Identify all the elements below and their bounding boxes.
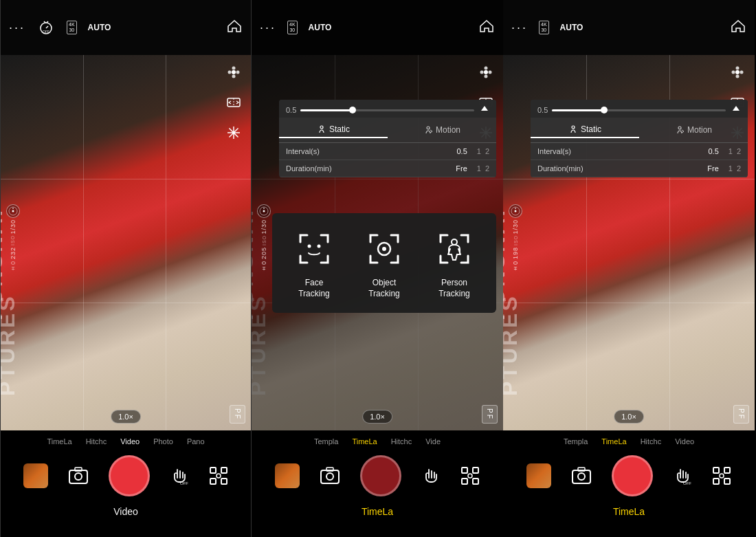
right-sidebar-1	[223, 62, 244, 143]
home-button-1[interactable]	[226, 18, 243, 38]
svg-point-54	[326, 473, 333, 480]
record-button-3[interactable]	[612, 455, 653, 496]
photo-mode-icon-2[interactable]	[319, 465, 341, 487]
bottom-bar-2: Templa TimeLa Hitchc Vide TimeLa	[252, 430, 503, 537]
interval-n1-2[interactable]: 1	[477, 147, 481, 155]
duration-n1-3[interactable]: 1	[729, 164, 733, 173]
ev-value-2: ±0	[260, 261, 267, 272]
controls-row-1: OFF	[1, 450, 251, 502]
tab-motion-3[interactable]: Motion	[639, 122, 748, 138]
auto-label-3[interactable]: AUTO	[560, 23, 583, 32]
resolution-icon-2[interactable]: 4K 30	[287, 21, 298, 35]
svg-rect-58	[462, 479, 467, 484]
svg-rect-82	[713, 468, 719, 473]
svg-point-32	[485, 67, 488, 70]
auto-label-2[interactable]: AUTO	[309, 23, 332, 32]
interval-n2-3[interactable]: 2	[737, 147, 741, 155]
tab-static-3[interactable]: Static	[531, 122, 639, 138]
gallery-thumbnail-1[interactable]	[23, 463, 48, 488]
mode-selector-2: Templa TimeLa Hitchc Vide	[252, 430, 503, 450]
resolution-icon-3[interactable]: 4K 30	[539, 21, 549, 35]
gesture-icon-1[interactable]: OFF	[169, 465, 190, 486]
pf-button-1[interactable]: PF	[230, 405, 245, 424]
mode-timelapse-1[interactable]: TimeLa	[40, 437, 78, 446]
interval-n1-3[interactable]: 1	[729, 147, 733, 155]
mode-hitchcock-1[interactable]: Hitchc	[79, 437, 114, 446]
svg-line-2	[46, 26, 48, 28]
object-tracking-item[interactable]: ObjectTracking	[362, 227, 406, 299]
mode-video-2[interactable]: Vide	[419, 437, 447, 446]
zoom-indicator-1[interactable]: 1.0×	[111, 410, 141, 424]
more-options-icon-2[interactable]: ···	[260, 21, 276, 35]
flower-icon-1[interactable]	[223, 62, 244, 83]
home-button-2[interactable]	[478, 18, 495, 38]
gallery-thumbnail-3[interactable]	[526, 463, 551, 488]
gesture-icon-3[interactable]: OFF	[672, 465, 693, 486]
mode-photo-1[interactable]: Photo	[146, 437, 180, 446]
duration-n2-3[interactable]: 2	[737, 164, 741, 173]
svg-point-79	[578, 473, 585, 480]
record-button-1[interactable]	[109, 455, 150, 496]
dial-icon-1	[6, 204, 20, 218]
ptures-bg-text-3: PTURES	[503, 294, 522, 396]
interval-n2-2[interactable]: 2	[485, 147, 489, 155]
pf-button-2[interactable]: PF	[482, 405, 498, 424]
svg-rect-24	[75, 468, 82, 471]
duration-n2-2[interactable]: 2	[485, 164, 489, 173]
person-tracking-label: PersonTracking	[438, 278, 470, 299]
mode-timelapse-2[interactable]: TimeLa	[345, 437, 383, 446]
interval-row-2: Interval(s) 0.5 1 2	[279, 143, 496, 160]
gallery-thumbnail-2[interactable]	[275, 463, 300, 488]
mode-timelapse-3[interactable]: TimeLa	[594, 437, 633, 446]
tab-motion-label-3: Motion	[687, 125, 712, 135]
flower-icon-2[interactable]	[476, 62, 496, 83]
flower-icon-3[interactable]	[727, 62, 748, 83]
more-options-icon-3[interactable]: ···	[511, 21, 528, 35]
slider-track-2[interactable]	[300, 109, 474, 111]
duration-value-2: Fre	[456, 164, 467, 173]
pf-button-3[interactable]: PF	[733, 405, 749, 424]
slider-up-arrow-3[interactable]	[731, 104, 741, 116]
screen-flip-icon-1[interactable]	[223, 92, 244, 113]
object-tracking-icon-box	[362, 227, 406, 271]
face-tracking-label: FaceTracking	[298, 278, 330, 299]
tracking-icon-1[interactable]	[209, 466, 228, 485]
mode-templa-3[interactable]: Templa	[557, 437, 594, 446]
slider-up-arrow-2[interactable]	[480, 104, 489, 116]
panel-1: FUNSNAP PTURES ··· OFF	[0, 0, 252, 537]
mode-video-3[interactable]: Video	[668, 437, 701, 446]
svg-rect-26	[210, 468, 216, 473]
slider-thumb-2[interactable]	[349, 107, 356, 113]
slider-track-3[interactable]	[552, 109, 726, 111]
svg-point-61	[735, 70, 740, 74]
gesture-icon-2[interactable]	[421, 465, 441, 486]
face-tracking-item[interactable]: FaceTracking	[292, 227, 336, 299]
home-button-3[interactable]	[730, 18, 746, 38]
photo-mode-icon-1[interactable]	[67, 465, 89, 487]
object-tracking-label: ObjectTracking	[368, 278, 400, 299]
mode-pano-1[interactable]: Pano	[180, 437, 212, 446]
resolution-icon[interactable]: 4K 30	[67, 21, 77, 35]
zoom-indicator-3[interactable]: 1.0×	[614, 410, 644, 424]
more-options-icon[interactable]: ···	[9, 21, 25, 35]
person-tracking-item[interactable]: PersonTracking	[432, 227, 476, 299]
snowflake-icon-1[interactable]	[223, 122, 244, 143]
zoom-indicator-2[interactable]: 1.0×	[362, 410, 392, 424]
record-button-2[interactable]	[360, 455, 401, 496]
auto-label-1[interactable]: AUTO	[88, 23, 111, 32]
mode-templa-2[interactable]: Templa	[307, 437, 345, 446]
timer-icon[interactable]: OFF	[36, 18, 56, 37]
photo-mode-icon-3[interactable]	[570, 465, 592, 487]
mode-hitchcock-2[interactable]: Hitchc	[384, 437, 419, 446]
svg-point-33	[485, 75, 488, 78]
mode-hitchcock-3[interactable]: Hitchc	[634, 437, 669, 446]
slider-thumb-3[interactable]	[601, 107, 608, 113]
svg-rect-29	[221, 479, 227, 484]
tracking-icon-3[interactable]	[712, 466, 731, 485]
duration-n1-2[interactable]: 1	[477, 164, 481, 173]
dial-icon-3	[509, 204, 522, 218]
tracking-icon-2[interactable]	[460, 466, 480, 485]
mode-video-1[interactable]: Video	[113, 437, 146, 446]
tab-static-2[interactable]: Static	[279, 122, 388, 138]
tab-motion-2[interactable]: Motion	[388, 122, 496, 138]
